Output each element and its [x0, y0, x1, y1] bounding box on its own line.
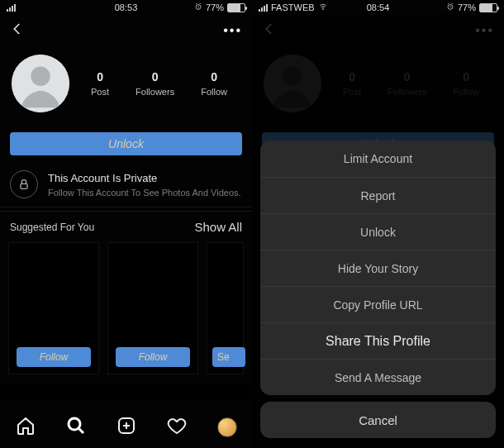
stat-followers[interactable]: 0Followers	[136, 70, 174, 97]
wifi-icon	[318, 2, 328, 12]
back-button[interactable]	[10, 21, 25, 40]
alarm-icon	[194, 2, 202, 12]
signal-icon	[7, 4, 16, 12]
sheet-limit-account[interactable]: Limit Account	[260, 141, 496, 177]
battery-icon	[479, 3, 497, 12]
private-banner: This Account Is Private Follow This Acco…	[0, 155, 252, 207]
sheet-report[interactable]: Report	[260, 177, 496, 213]
svg-rect-3	[21, 183, 27, 188]
sheet-unlock[interactable]: Unlock	[260, 213, 496, 250]
action-sheet-group: Limit Account Report Unlock Hide Your St…	[260, 141, 496, 395]
suggested-card[interactable]: Follow	[8, 242, 99, 374]
carrier-label: FASTWEB	[271, 2, 315, 12]
lock-icon	[10, 170, 38, 198]
suggested-card[interactable]: Follow	[107, 242, 198, 374]
private-title: This Account Is Private	[48, 172, 241, 184]
signal-icon	[259, 4, 268, 12]
follow-button[interactable]: Se	[212, 347, 245, 367]
sheet-hide-story[interactable]: Hide Your Story	[260, 250, 496, 286]
suggested-label: Suggested For You	[10, 222, 94, 233]
suggested-list[interactable]: Follow Follow Se	[0, 242, 252, 384]
profile-header: 0Post 0Followers 0Follow	[0, 46, 252, 117]
battery-pct: 77%	[206, 2, 224, 12]
svg-point-6	[322, 9, 323, 10]
stat-follow[interactable]: 0Follow	[201, 70, 227, 97]
profile-screen-actionsheet: FASTWEB 08:54 77% ••• 0Post 0Followers 0…	[252, 0, 504, 448]
status-bar: 08:53 77%	[0, 0, 252, 15]
sheet-share-profile[interactable]: Share This Profile	[260, 322, 496, 359]
action-sheet: Limit Account Report Unlock Hide Your St…	[260, 141, 496, 445]
follow-button[interactable]: Follow	[116, 347, 190, 367]
profile-stats: 0Post 0Followers 0Follow	[78, 70, 240, 97]
search-tab[interactable]	[66, 416, 86, 439]
svg-point-4	[69, 418, 80, 430]
activity-tab[interactable]	[167, 416, 187, 439]
status-time: 08:54	[338, 2, 417, 12]
show-all-button[interactable]: Show All	[194, 220, 242, 234]
unlock-button[interactable]: Unlock	[10, 132, 242, 155]
alarm-icon	[446, 2, 454, 12]
status-bar: FASTWEB 08:54 77%	[252, 0, 504, 15]
avatar[interactable]	[12, 55, 69, 112]
home-tab[interactable]	[16, 416, 36, 439]
status-time: 08:53	[86, 2, 165, 12]
more-button[interactable]: •••	[223, 23, 242, 38]
nav-bar: •••	[0, 15, 252, 46]
follow-button[interactable]: Follow	[17, 347, 91, 367]
spacer	[0, 384, 252, 399]
svg-point-2	[31, 67, 50, 86]
sheet-cancel[interactable]: Cancel	[260, 402, 496, 438]
private-subtitle: Follow This Account To See Photos And Vi…	[48, 188, 241, 198]
suggested-card[interactable]: Se	[207, 242, 244, 374]
profile-screen: 08:53 77% ••• 0Post 0Followers 0Follow U…	[0, 0, 252, 448]
battery-pct: 77%	[458, 2, 476, 12]
sheet-send-message[interactable]: Send A Message	[260, 359, 496, 395]
profile-tab[interactable]	[217, 417, 237, 437]
battery-icon	[227, 3, 245, 12]
suggested-header: Suggested For You Show All	[0, 212, 252, 242]
tab-bar	[0, 407, 252, 448]
stat-posts[interactable]: 0Post	[91, 70, 109, 97]
create-tab[interactable]	[116, 416, 136, 439]
sheet-copy-url[interactable]: Copy Profile URL	[260, 286, 496, 322]
